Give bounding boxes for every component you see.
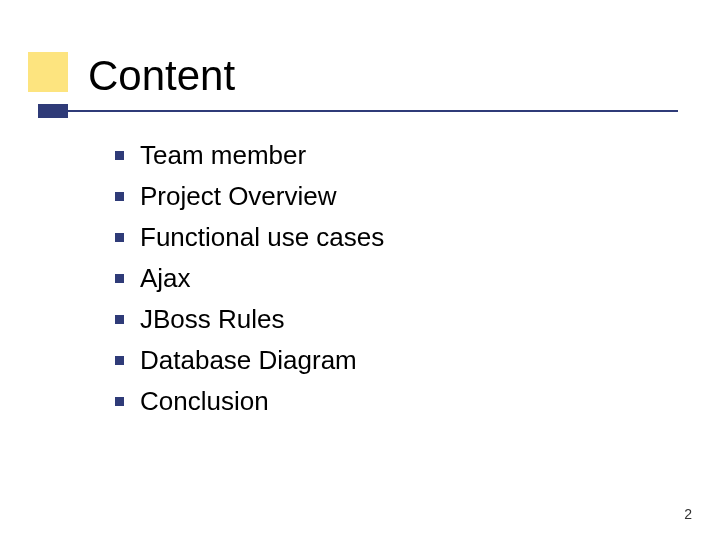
list-item-text: Project Overview — [140, 181, 337, 212]
list-item: Functional use cases — [115, 222, 384, 253]
page-number: 2 — [684, 506, 692, 522]
bullet-icon — [115, 356, 124, 365]
list-item: Team member — [115, 140, 384, 171]
title-accent-box — [28, 52, 68, 92]
list-item-text: Conclusion — [140, 386, 269, 417]
bullet-icon — [115, 315, 124, 324]
bullet-icon — [115, 233, 124, 242]
bullet-icon — [115, 151, 124, 160]
list-item: Ajax — [115, 263, 384, 294]
list-item: Database Diagram — [115, 345, 384, 376]
list-item: Project Overview — [115, 181, 384, 212]
title-underline — [38, 110, 678, 112]
list-item-text: Team member — [140, 140, 306, 171]
bullet-icon — [115, 192, 124, 201]
bullet-icon — [115, 274, 124, 283]
list-item-text: Database Diagram — [140, 345, 357, 376]
list-item: Conclusion — [115, 386, 384, 417]
list-item-text: JBoss Rules — [140, 304, 285, 335]
bullet-icon — [115, 397, 124, 406]
slide-title: Content — [88, 52, 235, 100]
content-list: Team member Project Overview Functional … — [115, 140, 384, 427]
list-item-text: Functional use cases — [140, 222, 384, 253]
list-item-text: Ajax — [140, 263, 191, 294]
list-item: JBoss Rules — [115, 304, 384, 335]
